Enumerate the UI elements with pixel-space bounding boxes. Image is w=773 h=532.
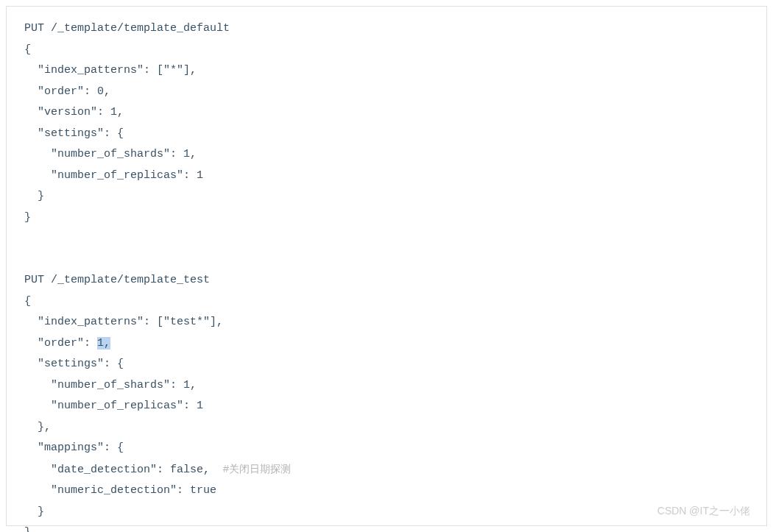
code-line: "version": 1, <box>24 106 124 118</box>
code-pre[interactable]: PUT /_template/template_default { "index… <box>24 18 749 532</box>
code-line: { <box>24 295 31 308</box>
code-line: }, <box>24 421 51 433</box>
code-line: "number_of_replicas": 1 <box>24 400 203 412</box>
code-block-container: PUT /_template/template_default { "index… <box>6 6 767 526</box>
code-line: } <box>24 526 31 532</box>
code-line: "settings": { <box>24 358 124 370</box>
code-line: "index_patterns": ["test*"], <box>24 316 223 328</box>
code-text: : <box>84 337 91 350</box>
code-line: PUT /_template/template_default <box>24 22 230 35</box>
selection-highlight: 1, <box>97 337 110 350</box>
code-line: "mappings": { <box>24 441 124 454</box>
code-line: PUT /_template/template_test <box>24 274 210 286</box>
code-line: { <box>24 43 31 56</box>
code-line: "settings": { <box>24 127 124 140</box>
code-text <box>91 337 97 350</box>
code-line-order: "order": 1, <box>24 337 110 350</box>
code-text: "order" <box>24 337 84 350</box>
inline-comment: #关闭日期探测 <box>223 463 291 475</box>
code-line: "order": 0, <box>24 85 110 98</box>
code-line: "numeric_detection": true <box>24 484 216 497</box>
code-line: } <box>24 211 31 224</box>
code-line: "number_of_shards": 1, <box>24 148 197 160</box>
code-line: } <box>24 506 44 518</box>
code-text: "date_detection": false, <box>24 464 223 476</box>
watermark-text: CSDN @IT之一小佬 <box>657 505 750 518</box>
code-line: } <box>24 190 44 202</box>
code-line: "number_of_shards": 1, <box>24 379 197 391</box>
code-line: "number_of_replicas": 1 <box>24 169 203 182</box>
code-line: "index_patterns": ["*"], <box>24 64 197 77</box>
code-line-with-comment: "date_detection": false, #关闭日期探测 <box>24 464 291 476</box>
